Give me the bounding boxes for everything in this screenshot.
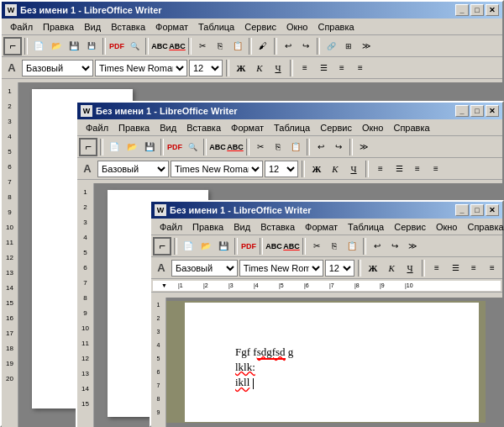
spell-icon-2[interactable]: ABC [209,139,226,156]
undo-icon-3[interactable]: ↩ [369,238,386,255]
copy-icon[interactable]: ⎘ [212,38,228,55]
align-right-icon-3[interactable]: ≡ [465,260,482,277]
size-select-2[interactable]: 12 [265,161,298,177]
crop-icon-3[interactable]: ⌐ [153,237,171,256]
spell2-icon-2[interactable]: ABC [227,139,244,156]
menu-file-1[interactable]: Файл [5,21,38,33]
style-icon[interactable]: A [3,60,20,76]
more-icon-2[interactable]: ≫ [355,139,372,156]
font-select-2[interactable]: Times New Roman [171,161,263,177]
paste-icon-3[interactable]: 📋 [344,238,360,255]
align-left-icon-3[interactable]: ≡ [428,260,445,277]
style-icon-2[interactable]: A [79,161,96,177]
table-icon[interactable]: ⊞ [340,38,357,55]
align-justify-icon[interactable]: ≡ [352,60,369,76]
save-icon-2[interactable]: 💾 [141,139,158,156]
menu-tools-3[interactable]: Сервис [389,221,431,233]
spell2-icon[interactable]: ABC [169,38,186,55]
spell2-icon-3[interactable]: ABC [283,238,300,255]
font-select-3[interactable]: Times New Roman [239,260,323,277]
style-select-2[interactable]: Базовый [97,161,169,177]
menu-window-2[interactable]: Окно [357,122,389,134]
new-icon-3[interactable]: 📄 [180,238,197,255]
save-icon[interactable]: 💾 [66,38,82,55]
minimize-btn-1[interactable]: _ [455,4,469,16]
menu-table-1[interactable]: Таблица [193,21,239,33]
paint-icon[interactable]: 🖌 [255,38,271,55]
menu-view-1[interactable]: Вид [79,21,106,33]
menu-edit-3[interactable]: Правка [187,221,228,233]
size-select-1[interactable]: 12 [189,60,223,76]
open-icon-2[interactable]: 📂 [123,139,140,156]
minimize-btn-2[interactable]: _ [455,105,469,117]
size-select-3[interactable]: 12 [325,260,354,277]
menu-edit-2[interactable]: Правка [113,122,155,134]
menu-insert-2[interactable]: Вставка [181,122,226,134]
pdf-icon-2[interactable]: PDF [166,139,183,156]
italic-button-1[interactable]: К [251,60,268,76]
menu-view-3[interactable]: Вид [228,221,255,233]
menu-format-1[interactable]: Формат [150,21,193,33]
align-justify-icon-2[interactable]: ≡ [428,161,444,177]
open-icon-3[interactable]: 📂 [197,238,214,255]
pdf-icon[interactable]: PDF [108,38,125,55]
paste-icon[interactable]: 📋 [229,38,246,55]
align-right-icon-2[interactable]: ≡ [409,161,426,177]
crop-icon[interactable]: ⌐ [3,37,22,55]
redo-icon[interactable]: ↪ [297,38,314,55]
save2-icon[interactable]: 💾 [83,38,100,55]
close-btn-3[interactable]: ✕ [486,204,499,216]
menu-window-1[interactable]: Окно [281,21,313,33]
minimize-btn-3[interactable]: _ [455,204,469,216]
undo-icon[interactable]: ↩ [280,38,297,55]
crop-icon-2[interactable]: ⌐ [79,138,97,156]
preview-icon-2[interactable]: 🔍 [184,139,201,156]
spell-icon[interactable]: ABC [151,38,168,55]
redo-icon-3[interactable]: ↪ [386,238,403,255]
more-icon-3[interactable]: ≫ [404,238,421,255]
maximize-btn-3[interactable]: □ [470,204,484,216]
menu-format-3[interactable]: Формат [300,221,343,233]
menu-table-3[interactable]: Таблица [343,221,389,233]
style-select-3[interactable]: Базовый [171,260,238,277]
cut-icon-3[interactable]: ✂ [308,238,325,255]
spell-icon-3[interactable]: ABC [265,238,282,255]
menu-format-2[interactable]: Формат [226,122,269,134]
copy-icon-2[interactable]: ⎘ [270,139,286,156]
underline-button-3[interactable]: Ч [402,260,418,277]
bold-button-3[interactable]: Ж [365,260,381,277]
new-icon[interactable]: 📄 [30,38,47,55]
bold-button-2[interactable]: Ж [308,161,325,177]
maximize-btn-1[interactable]: □ [470,4,484,16]
menu-edit-1[interactable]: Правка [38,21,79,33]
menu-insert-1[interactable]: Вставка [106,21,150,33]
cut-icon[interactable]: ✂ [194,38,211,55]
copy-icon-3[interactable]: ⎘ [326,238,343,255]
new-icon-2[interactable]: 📄 [106,139,123,156]
style-icon-3[interactable]: A [153,260,170,277]
menu-tools-2[interactable]: Сервис [315,122,357,134]
underline-button-1[interactable]: Ч [270,60,286,76]
align-left-icon[interactable]: ≡ [297,60,313,76]
menu-insert-3[interactable]: Вставка [255,221,300,233]
align-center-icon-2[interactable]: ☰ [391,161,407,177]
align-justify-icon-3[interactable]: ≡ [484,260,501,277]
bold-button-1[interactable]: Ж [233,60,249,76]
menu-view-2[interactable]: Вид [155,122,181,134]
align-left-icon-2[interactable]: ≡ [372,161,389,177]
more-icon[interactable]: ≫ [358,38,375,55]
align-right-icon[interactable]: ≡ [333,60,350,76]
preview-icon[interactable]: 🔍 [126,38,143,55]
redo-icon-2[interactable]: ↪ [330,139,347,156]
undo-icon-2[interactable]: ↩ [312,139,329,156]
menu-file-3[interactable]: Файл [155,221,187,233]
menu-help-3[interactable]: Справка [462,221,504,233]
menu-file-2[interactable]: Файл [81,122,113,134]
align-center-icon[interactable]: ☰ [315,60,332,76]
underline-button-2[interactable]: Ч [345,161,362,177]
pdf-icon-3[interactable]: PDF [240,238,257,255]
save-icon-3[interactable]: 💾 [215,238,232,255]
close-btn-2[interactable]: ✕ [486,105,499,117]
font-select-1[interactable]: Times New Roman [95,60,187,76]
menu-tools-1[interactable]: Сервис [239,21,281,33]
